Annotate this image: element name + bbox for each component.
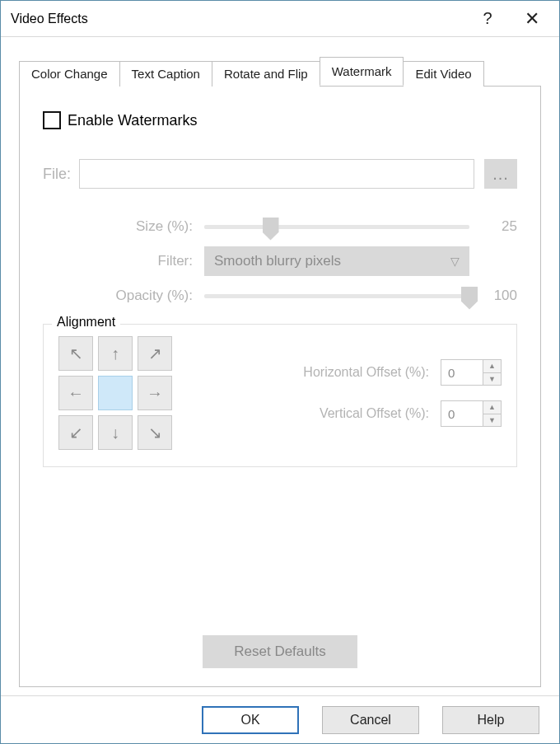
opacity-row: Opacity (%): 100 (64, 288, 517, 304)
arrow-s-icon: ↓ (111, 423, 119, 442)
video-effects-dialog: Video Effects ? ✕ Color Change Text Capt… (0, 0, 560, 744)
arrow-sw-icon: ↙ (69, 423, 83, 442)
close-icon[interactable]: ✕ (510, 1, 554, 37)
tab-rotate-and-flip[interactable]: Rotate and Flip (212, 61, 320, 87)
opacity-slider-thumb[interactable] (461, 287, 478, 310)
h-offset-up[interactable]: ▲ (483, 360, 501, 372)
file-row: File: ... (43, 159, 517, 189)
filter-value: Smooth blurry pixels (214, 253, 341, 269)
opacity-slider[interactable] (204, 294, 469, 298)
arrow-nw-icon: ↖ (69, 344, 83, 363)
align-bottom-right[interactable]: ↘ (138, 415, 172, 450)
h-offset-down[interactable]: ▼ (483, 372, 501, 386)
h-offset-label: Horizontal Offset (%): (303, 365, 429, 380)
filter-select[interactable]: Smooth blurry pixels ▽ (204, 246, 469, 276)
cancel-button[interactable]: Cancel (322, 706, 419, 734)
align-top[interactable]: ↑ (98, 336, 133, 371)
size-row: Size (%): 25 (64, 218, 517, 235)
offset-controls: Horizontal Offset (%): 0 ▲ ▼ (222, 359, 502, 427)
align-right[interactable]: → (138, 376, 172, 410)
v-offset-row: Vertical Offset (%): 0 ▲ ▼ (222, 400, 502, 427)
help-icon[interactable]: ? (465, 1, 510, 37)
align-left[interactable]: ← (58, 376, 93, 410)
size-value: 25 (469, 218, 517, 235)
align-top-left[interactable]: ↖ (58, 336, 93, 371)
dialog-footer: OK Cancel Help (1, 695, 559, 743)
help-button[interactable]: Help (442, 706, 539, 734)
enable-watermarks-label: Enable Watermarks (68, 112, 197, 129)
ellipsis-icon: ... (492, 165, 509, 184)
filter-label: Filter: (64, 253, 204, 269)
size-slider[interactable] (204, 225, 469, 229)
arrow-e-icon: → (147, 384, 163, 403)
titlebar: Video Effects ? ✕ (1, 1, 559, 37)
h-offset-stepper: ▲ ▼ (483, 359, 502, 386)
arrow-w-icon: ← (68, 384, 84, 403)
tab-watermark[interactable]: Watermark (320, 57, 404, 86)
v-offset-label: Vertical Offset (%): (320, 406, 429, 421)
align-top-right[interactable]: ↗ (138, 336, 172, 371)
size-label: Size (%): (64, 218, 204, 235)
v-offset-stepper: ▲ ▼ (483, 400, 502, 427)
browse-button[interactable]: ... (484, 159, 517, 189)
enable-watermarks-checkbox[interactable] (43, 111, 61, 129)
align-center[interactable] (98, 376, 133, 410)
v-offset-input[interactable]: 0 (441, 400, 483, 427)
arrow-ne-icon: ↗ (148, 344, 162, 363)
tab-color-change[interactable]: Color Change (19, 61, 120, 87)
chevron-down-icon: ▽ (450, 255, 460, 268)
v-offset-down[interactable]: ▼ (483, 414, 501, 427)
arrow-n-icon: ↑ (111, 344, 119, 363)
opacity-label: Opacity (%): (64, 288, 204, 304)
tab-edit-video[interactable]: Edit Video (403, 61, 483, 87)
align-bottom-left[interactable]: ↙ (58, 415, 93, 450)
alignment-legend: Alignment (52, 315, 120, 330)
tab-text-caption[interactable]: Text Caption (119, 61, 212, 87)
alignment-group: Alignment ↖ ↑ ↗ ← → ↙ ↓ ↘ (43, 324, 517, 467)
filter-row: Filter: Smooth blurry pixels ▽ 0 (64, 246, 517, 276)
watermark-panel: Enable Watermarks File: ... Size (%): (19, 86, 541, 687)
file-input[interactable] (79, 159, 474, 189)
ok-button[interactable]: OK (202, 706, 299, 734)
alignment-grid: ↖ ↑ ↗ ← → ↙ ↓ ↘ (58, 336, 172, 450)
reset-defaults-button[interactable]: Reset Defaults (203, 635, 357, 668)
window-title: Video Effects (11, 12, 465, 26)
dialog-body: Color Change Text Caption Rotate and Fli… (1, 37, 559, 695)
file-label: File: (43, 166, 71, 183)
size-slider-thumb[interactable] (263, 218, 279, 241)
watermark-form: File: ... Size (%): 25 (43, 159, 517, 467)
v-offset-up[interactable]: ▲ (483, 401, 501, 414)
align-bottom[interactable]: ↓ (98, 415, 133, 450)
h-offset-row: Horizontal Offset (%): 0 ▲ ▼ (222, 359, 502, 386)
enable-watermarks-row: Enable Watermarks (43, 111, 517, 129)
arrow-se-icon: ↘ (148, 423, 162, 442)
tab-strip: Color Change Text Caption Rotate and Fli… (19, 57, 541, 86)
h-offset-input[interactable]: 0 (441, 359, 483, 386)
